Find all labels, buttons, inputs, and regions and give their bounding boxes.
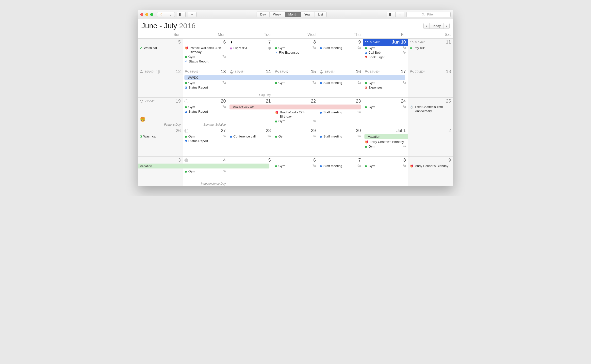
today-button[interactable]: Today: [430, 23, 443, 29]
event-item[interactable]: Gym7a: [363, 81, 408, 85]
view-week[interactable]: Week: [270, 12, 285, 17]
view-day[interactable]: Day: [257, 12, 270, 17]
event-item[interactable]: Staff meeting9a: [318, 134, 363, 139]
event-item[interactable]: Brad Wood's 27th Birthday: [273, 110, 318, 119]
event-item[interactable]: Call Bob4p: [363, 50, 408, 55]
day-cell[interactable]: 5Wash car: [138, 39, 183, 68]
day-cell[interactable]: 23Staff meeting9a: [318, 98, 363, 127]
day-number: 19: [176, 99, 181, 104]
day-cell[interactable]: 22Brad Wood's 27th BirthdayGym7a: [273, 98, 318, 127]
next-month-button[interactable]: ›: [443, 23, 449, 29]
toggle-sidebar-button[interactable]: [177, 12, 186, 17]
day-cell[interactable]: 24Gym7a: [363, 98, 408, 127]
day-cell[interactable]: 7Staff meeting9a: [318, 157, 363, 186]
event-item[interactable]: Status Report: [183, 109, 228, 114]
event-item[interactable]: File Expenses: [273, 50, 318, 55]
event-item[interactable]: Staff meeting9a: [318, 46, 363, 50]
event-item[interactable]: Wash car: [138, 134, 183, 139]
minimize-icon[interactable]: [145, 13, 148, 16]
day-cell[interactable]: 69°/49°12: [138, 68, 183, 98]
sq-icon: [185, 111, 187, 113]
event-item[interactable]: Terry Chaffee's Birth­day: [363, 140, 408, 144]
event-item[interactable]: Staff meeting9a: [318, 110, 363, 115]
event-item[interactable]: Gym7a: [183, 105, 228, 109]
event-item[interactable]: Book Flight: [363, 55, 408, 60]
day-cell[interactable]: 9Staff meeting9a: [318, 39, 363, 68]
event-item[interactable]: Gym7a: [363, 105, 408, 109]
event-item[interactable]: Staff meeting9a: [318, 81, 363, 85]
day-cell[interactable]: 8Gym7a: [363, 157, 408, 186]
day-cell[interactable]: 72°/51°19Father's Day: [138, 98, 183, 127]
dnd-dropdown-button[interactable]: ⌄: [166, 12, 175, 17]
day-cell[interactable]: 8Gym7aFile Expenses: [273, 39, 318, 68]
event-item[interactable]: Patrick Wallace's 39th Birthday: [183, 46, 228, 55]
appearance-button[interactable]: [387, 12, 395, 17]
event-item[interactable]: Gym7a: [363, 46, 408, 50]
event-label: Pay bills: [413, 46, 451, 50]
day-cell[interactable]: 20Gym7aStatus ReportSummer Solstice: [183, 98, 228, 127]
event-item[interactable]: Status Report: [183, 139, 228, 144]
event-item[interactable]: Staff meeting9a: [318, 164, 363, 168]
day-cell[interactable]: 68°/49°17Gym7aExpenses: [363, 68, 408, 98]
event-item[interactable]: Conference call9a: [228, 134, 273, 139]
day-cell[interactable]: 65°/49°11Pay bills: [408, 39, 453, 68]
dow-label: Mon: [183, 31, 228, 38]
do-not-disturb-button[interactable]: ☾: [157, 12, 166, 17]
day-cell[interactable]: 2: [408, 127, 453, 157]
day-number: Jun 10: [392, 40, 406, 45]
event-item[interactable]: Andy Houser's Birthday: [408, 164, 453, 168]
day-cell[interactable]: 29Gym7a: [273, 127, 318, 157]
day-cell[interactable]: 70°/50°18: [408, 68, 453, 98]
event-item[interactable]: Gym7a: [363, 164, 408, 168]
day-cell[interactable]: 67°/47°15Gym7a: [273, 68, 318, 98]
event-item[interactable]: Gym7a: [183, 134, 228, 139]
view-list[interactable]: List: [314, 12, 326, 17]
close-icon[interactable]: [140, 13, 143, 16]
event-item[interactable]: Wash car: [138, 46, 183, 50]
event-item[interactable]: Status Report: [183, 59, 228, 64]
event-label: Status Report: [189, 60, 226, 64]
maximize-icon[interactable]: [150, 13, 153, 16]
event-item[interactable]: Expenses: [363, 85, 408, 90]
day-cell[interactable]: 26Wash car: [138, 127, 183, 157]
event-item[interactable]: Gym7a: [273, 46, 318, 50]
day-cell[interactable]: 62°/45°14Flag Day: [228, 68, 273, 98]
weather-indicator: 62°/45°: [230, 70, 245, 74]
event-item[interactable]: Gym7a: [183, 169, 228, 174]
view-month[interactable]: Month: [285, 12, 301, 17]
event-item[interactable]: Gym7a: [363, 144, 408, 149]
day-cell[interactable]: 21Project kick off: [228, 98, 273, 127]
event-item[interactable]: Gym7a: [273, 134, 318, 139]
day-cell[interactable]: 6Patrick Wallace's 39th BirthdayGym7aSta…: [183, 39, 228, 68]
day-cell[interactable]: 7Flight 3511p: [228, 39, 273, 68]
day-cell[interactable]: 5: [228, 157, 273, 186]
day-cell[interactable]: 6Gym7a: [273, 157, 318, 186]
event-item[interactable]: Gym7a: [273, 164, 318, 168]
day-cell[interactable]: 27Gym7aStatus Report: [183, 127, 228, 157]
day-cell[interactable]: 9Andy Houser's Birthday: [408, 157, 453, 186]
event-item[interactable]: Gym7a: [183, 55, 228, 59]
event-item[interactable]: Pay bills: [408, 46, 453, 50]
view-year[interactable]: Year: [301, 12, 314, 17]
day-cell[interactable]: 30Staff meeting9a: [318, 127, 363, 157]
day-cell[interactable]: 4Gym7aIndependence Day: [183, 157, 228, 186]
event-item[interactable]: Gym7a: [273, 119, 318, 124]
filter-input[interactable]: [426, 13, 435, 16]
day-cell[interactable]: 28Conference call9a: [228, 127, 273, 157]
day-cell[interactable]: Jul 1VacationTerry Chaffee's Birth­dayGy…: [363, 127, 408, 157]
event-item[interactable]: Fred Chaffee's 16th Anniversary: [408, 105, 453, 114]
sq-icon: [185, 140, 187, 142]
event-item[interactable]: Gym7a: [273, 81, 318, 85]
event-item[interactable]: Flight 3511p: [228, 46, 273, 51]
day-cell[interactable]: 65°/48°Jun 10Gym7aCall Bob4pBook Flight: [363, 39, 408, 68]
day-cell[interactable]: 25Fred Chaffee's 16th Anniversary: [408, 98, 453, 127]
day-cell[interactable]: 3Vacation: [138, 157, 183, 186]
appearance-dropdown-button[interactable]: ⌄: [395, 12, 404, 17]
day-cell[interactable]: 66°/47°13WWDCGym7aStatus Report: [183, 68, 228, 98]
add-event-button[interactable]: ＋: [188, 12, 197, 17]
prev-month-button[interactable]: ‹: [424, 23, 430, 29]
event-item[interactable]: Status Report: [183, 85, 228, 90]
day-cell[interactable]: 66°/48°16Staff meeting9a: [318, 68, 363, 98]
event-item[interactable]: Gym7a: [183, 81, 228, 85]
filter-field[interactable]: [406, 12, 451, 17]
